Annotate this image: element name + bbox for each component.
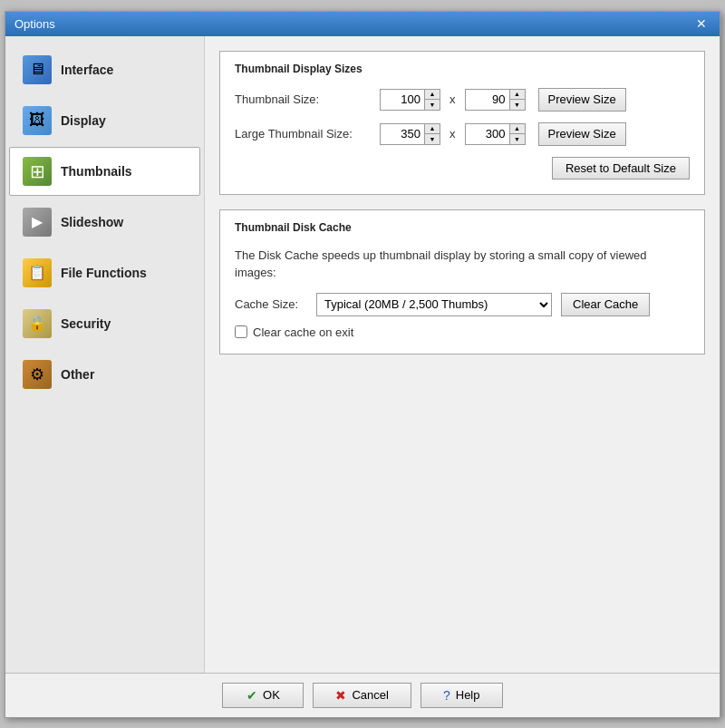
x-separator-1: x (450, 92, 456, 106)
ok-button[interactable]: ✔ OK (222, 683, 304, 708)
sidebar-label-slideshow: Slideshow (61, 215, 123, 229)
cancel-button[interactable]: ✖ Cancel (313, 683, 411, 708)
sidebar-item-slideshow[interactable]: Slideshow (9, 198, 200, 247)
sidebar-item-other[interactable]: Other (9, 350, 200, 399)
clear-cache-button[interactable]: Clear Cache (561, 293, 650, 316)
sidebar-item-interface[interactable]: Interface (9, 45, 200, 94)
thumbnail-height-up[interactable]: ▲ (510, 90, 525, 100)
thumbnail-display-sizes-panel: Thumbnail Display Sizes Thumbnail Size: … (219, 51, 705, 195)
large-thumbnail-width-spinner-buttons: ▲ ▼ (424, 124, 440, 144)
slideshow-icon (23, 208, 52, 237)
large-thumbnail-width-spinner: 350 ▲ ▼ (380, 123, 440, 145)
thumbnail-size-label: Thumbnail Size: (235, 92, 380, 106)
title-bar: Options ✕ (5, 12, 720, 36)
sidebar-label-other: Other (61, 367, 94, 382)
thumbnail-width-up[interactable]: ▲ (425, 90, 440, 100)
large-thumbnail-width-down[interactable]: ▼ (425, 134, 440, 144)
help-icon: ? (443, 688, 450, 703)
thumbnail-width-spinner: 100 ▲ ▼ (380, 89, 440, 111)
thumbnail-height-down[interactable]: ▼ (510, 100, 525, 110)
large-thumbnail-height-spinner-buttons: ▲ ▼ (509, 124, 525, 144)
large-thumbnail-width-input[interactable]: 350 (381, 124, 424, 144)
thumbnail-width-spinner-buttons: ▲ ▼ (424, 90, 440, 110)
thumbnail-height-input[interactable]: 90 (466, 90, 509, 110)
thumbnail-width-down[interactable]: ▼ (425, 100, 440, 110)
ok-icon: ✔ (246, 688, 257, 703)
other-icon (23, 360, 52, 389)
thumbnail-height-spinner-buttons: ▲ ▼ (509, 90, 525, 110)
preview-size-button-1[interactable]: Preview Size (538, 88, 626, 112)
large-thumbnail-height-up[interactable]: ▲ (510, 124, 525, 134)
display-icon (23, 106, 52, 135)
thumbnail-disk-cache-panel: Thumbnail Disk Cache The Disk Cache spee… (219, 209, 705, 354)
thumbnails-icon (23, 157, 52, 186)
sidebar-item-display[interactable]: Display (9, 96, 200, 145)
clear-on-exit-label[interactable]: Clear cache on exit (253, 325, 353, 339)
large-thumbnail-width-up[interactable]: ▲ (425, 124, 440, 134)
dialog-title: Options (14, 17, 55, 31)
clear-on-exit-checkbox[interactable] (235, 325, 247, 338)
clear-on-exit-row: Clear cache on exit (235, 325, 690, 339)
preview-size-button-2[interactable]: Preview Size (538, 122, 626, 146)
x-separator-2: x (450, 127, 456, 141)
thumbnail-display-sizes-title: Thumbnail Display Sizes (235, 63, 690, 75)
dialog-footer: ✔ OK ✖ Cancel ? Help (5, 673, 720, 717)
security-icon (23, 309, 52, 338)
thumbnail-height-spinner: 90 ▲ ▼ (465, 89, 526, 111)
sidebar-label-thumbnails: Thumbnails (61, 164, 132, 179)
cancel-label: Cancel (352, 688, 388, 702)
sidebar-label-display: Display (61, 113, 106, 128)
thumbnail-size-row: Thumbnail Size: 100 ▲ ▼ x 90 (235, 88, 690, 112)
help-button[interactable]: ? Help (420, 683, 503, 708)
filefunctions-icon (23, 258, 52, 287)
large-thumbnail-height-spinner: 300 ▲ ▼ (465, 123, 526, 145)
sidebar-item-security[interactable]: Security (9, 299, 200, 348)
large-thumbnail-size-label: Large Thumbnail Size: (235, 127, 380, 141)
cache-description: The Disk Cache speeds up thumbnail displ… (235, 247, 690, 282)
sidebar-item-thumbnails[interactable]: Thumbnails (9, 147, 200, 196)
interface-icon (23, 55, 52, 84)
sidebar-item-filefunctions[interactable]: File Functions (9, 248, 200, 297)
options-dialog: Options ✕ Interface Display Thumbnails S… (5, 11, 720, 718)
thumbnail-width-input[interactable]: 100 (381, 90, 424, 110)
help-label: Help (456, 688, 480, 702)
cache-size-label: Cache Size: (235, 297, 316, 311)
large-thumbnail-size-spinners: 350 ▲ ▼ x 300 ▲ ▼ (380, 122, 626, 146)
close-button[interactable]: ✕ (692, 17, 710, 30)
thumbnail-disk-cache-title: Thumbnail Disk Cache (235, 221, 690, 234)
sidebar: Interface Display Thumbnails Slideshow F… (5, 36, 205, 673)
sidebar-label-security: Security (61, 316, 111, 331)
ok-label: OK (263, 688, 280, 702)
thumbnail-size-spinners: 100 ▲ ▼ x 90 ▲ ▼ (380, 88, 626, 112)
large-thumbnail-height-input[interactable]: 300 (466, 124, 509, 144)
main-content: Thumbnail Display Sizes Thumbnail Size: … (205, 36, 720, 673)
dialog-body: Interface Display Thumbnails Slideshow F… (5, 36, 720, 673)
sidebar-label-interface: Interface (61, 63, 113, 77)
cancel-icon: ✖ (335, 688, 346, 703)
reset-default-size-button[interactable]: Reset to Default Size (552, 157, 690, 180)
large-thumbnail-height-down[interactable]: ▼ (510, 134, 525, 144)
cache-size-row: Cache Size: Small (5MB / 500 Thumbs) Typ… (235, 293, 690, 316)
sidebar-label-filefunctions: File Functions (61, 266, 147, 280)
large-thumbnail-size-row: Large Thumbnail Size: 350 ▲ ▼ x 300 (235, 122, 690, 146)
reset-row: Reset to Default Size (235, 157, 690, 180)
cache-size-select[interactable]: Small (5MB / 500 Thumbs) Typical (20MB /… (316, 293, 552, 316)
